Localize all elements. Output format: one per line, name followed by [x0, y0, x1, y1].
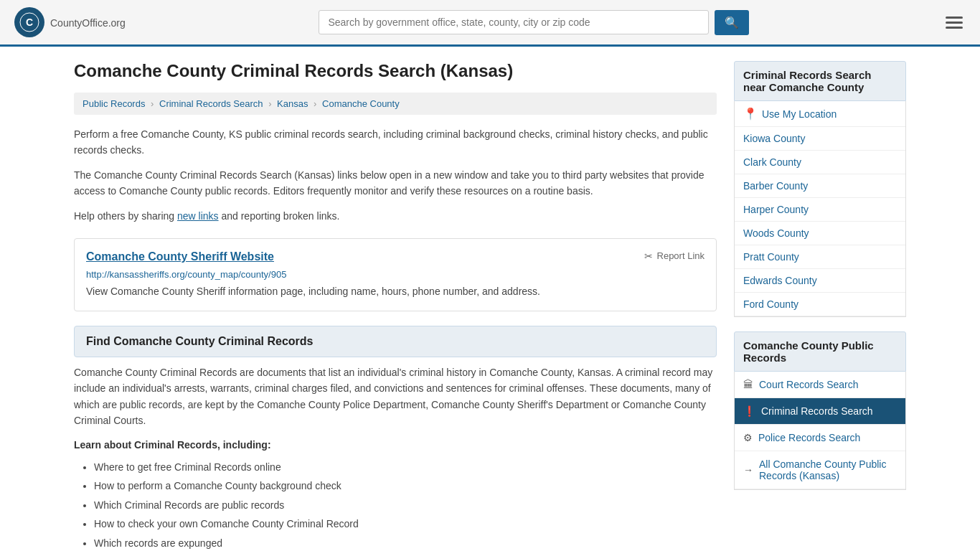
- sidebar-item-icon: ⚙: [743, 432, 753, 443]
- learn-list-item: Where to get free Criminal Records onlin…: [94, 458, 717, 477]
- logo-icon: C: [14, 7, 44, 37]
- public-records-list: 🏛Court Records Search❗Criminal Records S…: [734, 372, 906, 490]
- sidebar-public-records-header: Comanche County Public Records: [734, 331, 906, 372]
- sidebar-nearby-section: Criminal Records Search near Comanche Co…: [734, 61, 906, 317]
- resource-desc: View Comanche County Sheriff information…: [86, 284, 705, 299]
- sidebar-item-label: All Comanche County Public Records (Kans…: [759, 458, 897, 481]
- sidebar-county-item[interactable]: Clark County: [735, 151, 905, 174]
- sidebar-nearby-list: 📍 Use My Location Kiowa CountyClark Coun…: [734, 101, 906, 317]
- sidebar-item-label: Police Records Search: [758, 432, 860, 443]
- sidebar-public-records-section: Comanche County Public Records 🏛Court Re…: [734, 331, 906, 490]
- logo-area[interactable]: C CountyOffice.org: [14, 7, 126, 37]
- search-input[interactable]: [319, 10, 709, 34]
- records-desc: Comanche County Criminal Records are doc…: [74, 364, 717, 429]
- resource-link[interactable]: Comanche County Sheriff Website: [86, 250, 274, 263]
- learn-list-item: How to check your own Comanche County Cr…: [94, 514, 717, 534]
- sidebar-item-icon: →: [743, 464, 753, 476]
- sidebar-public-records-item[interactable]: ⚙Police Records Search: [735, 425, 905, 451]
- new-links-link[interactable]: new links: [177, 210, 219, 222]
- breadcrumb-public-records[interactable]: Public Records: [83, 98, 145, 109]
- sidebar-public-records-item[interactable]: ❗Criminal Records Search: [735, 398, 905, 425]
- sidebar-public-records-item[interactable]: 🏛Court Records Search: [735, 372, 905, 398]
- search-button[interactable]: 🔍: [715, 10, 749, 35]
- sidebar-public-records-item[interactable]: →All Comanche County Public Records (Kan…: [735, 451, 905, 489]
- intro-p1: Perform a free Comanche County, KS publi…: [74, 126, 717, 159]
- svg-text:C: C: [26, 17, 33, 28]
- sidebar-county-item[interactable]: Woods County: [735, 222, 905, 245]
- sidebar-county-item[interactable]: Kiowa County: [735, 127, 905, 151]
- sidebar-item-label: Criminal Records Search: [761, 405, 873, 417]
- sidebar-county-item[interactable]: Pratt County: [735, 245, 905, 269]
- sidebar-county-item[interactable]: Edwards County: [735, 269, 905, 293]
- learn-title: Learn about Criminal Records, including:: [74, 439, 717, 451]
- report-link-button[interactable]: ✂ Report Link: [644, 250, 705, 262]
- find-section-title: Find Comanche County Criminal Records: [86, 335, 313, 347]
- resource-url[interactable]: http://kansassheriffs.org/county_map/cou…: [86, 269, 705, 280]
- sidebar-item-icon: ❗: [743, 405, 755, 417]
- resource-title: Comanche County Sheriff Website: [86, 250, 274, 263]
- learn-list-item: Which Criminal Records are public record…: [94, 496, 717, 515]
- sidebar-nearby-header: Criminal Records Search near Comanche Co…: [734, 61, 906, 101]
- resource-card: Comanche County Sheriff Website ✂ Report…: [74, 238, 717, 311]
- sidebar-item-label: Court Records Search: [759, 379, 859, 390]
- search-area: 🔍: [319, 10, 749, 35]
- intro-p2: The Comanche County Criminal Records Sea…: [74, 167, 717, 199]
- sidebar-county-item[interactable]: Barber County: [735, 174, 905, 198]
- scissors-icon: ✂: [644, 250, 653, 262]
- use-my-location[interactable]: 📍 Use My Location: [735, 101, 905, 127]
- breadcrumb-kansas[interactable]: Kansas: [277, 98, 308, 109]
- intro-p3: Help others by sharing new links and rep…: [74, 208, 717, 224]
- breadcrumb-comanche[interactable]: Comanche County: [322, 98, 400, 109]
- intro-text: Perform a free Comanche County, KS publi…: [74, 126, 717, 224]
- nearby-counties-list: Kiowa CountyClark CountyBarber CountyHar…: [735, 127, 905, 316]
- page-title: Comanche County Criminal Records Search …: [74, 61, 717, 81]
- sidebar-county-item[interactable]: Harper County: [735, 198, 905, 222]
- learn-list-item: Which records are expunged: [94, 534, 717, 551]
- logo-text: CountyOffice.org: [50, 15, 126, 30]
- breadcrumb: Public Records › Criminal Records Search…: [74, 93, 717, 115]
- learn-list-item: How to perform a Comanche County backgro…: [94, 476, 717, 496]
- sidebar-item-icon: 🏛: [743, 379, 753, 390]
- sidebar: Criminal Records Search near Comanche Co…: [734, 61, 906, 551]
- sidebar-county-item[interactable]: Ford County: [735, 293, 905, 316]
- pin-icon: 📍: [743, 107, 758, 121]
- learn-list: Where to get free Criminal Records onlin…: [74, 458, 717, 551]
- find-section-box: Find Comanche County Criminal Records: [74, 326, 717, 357]
- breadcrumb-criminal-records[interactable]: Criminal Records Search: [159, 98, 263, 109]
- menu-button[interactable]: [943, 14, 966, 32]
